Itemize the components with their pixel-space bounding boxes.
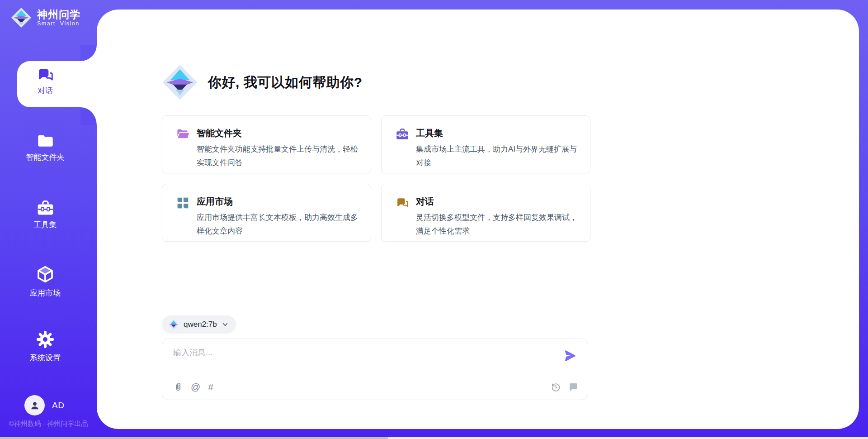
folder-open-icon [177, 127, 189, 173]
card-description: 应用市场提供丰富长文本模板，助力高效生成多样化文章内容 [197, 211, 358, 238]
card-title: 应用市场 [197, 196, 358, 208]
person-icon [29, 400, 41, 411]
main-content: 你好, 我可以如何帮助你? 智能文件夹 智能文件夹功能支持批量文件上传与清洗，轻… [162, 0, 590, 420]
model-name: qwen2:7b [184, 320, 217, 329]
mention-button[interactable]: @ [191, 382, 200, 392]
sidebar-item-label: 应用市场 [30, 288, 61, 298]
assistant-logo-icon [162, 64, 198, 100]
gear-icon [36, 330, 54, 348]
app-window: 神州问学 Smart Vision 对话 智能文件夹 工具集 [0, 0, 868, 439]
greeting-title: 你好, 我可以如何帮助你? [208, 73, 363, 92]
card-app-market[interactable]: 应用市场 应用市场提供丰富长文本模板，助力高效生成多样化文章内容 [162, 184, 371, 242]
model-selector[interactable]: qwen2:7b [162, 315, 236, 334]
copyright-text: ©神州数码 · 神州问学出品 [0, 420, 97, 428]
avatar [24, 395, 45, 415]
user-account[interactable]: AD [24, 395, 64, 415]
hash-icon: # [208, 382, 213, 392]
sidebar-item-label: 工具集 [34, 220, 57, 230]
sidebar-item-settings[interactable]: 系统设置 [0, 330, 90, 363]
card-smart-folder[interactable]: 智能文件夹 智能文件夹功能支持批量文件上传与清洗，轻松实现文件问答 [162, 115, 371, 173]
brand-logo-icon [11, 7, 32, 28]
composer-toolbar: @ # [173, 374, 579, 400]
chat-bubble-icon [568, 382, 579, 392]
topic-button[interactable]: # [208, 382, 213, 392]
composer: qwen2:7b [162, 315, 590, 400]
toolbox-icon [37, 200, 54, 215]
history-button[interactable] [551, 382, 561, 392]
message-input[interactable] [173, 347, 556, 371]
card-description: 灵活切换多模型文件，支持多样回复效果调试，满足个性化需求 [416, 211, 577, 238]
toolbox-icon [396, 127, 409, 173]
feature-cards: 智能文件夹 智能文件夹功能支持批量文件上传与清洗，轻松实现文件问答 工具集 集成… [162, 115, 590, 242]
sidebar-item-label: 系统设置 [30, 353, 61, 363]
conversation-button[interactable] [568, 382, 579, 392]
at-icon: @ [191, 382, 200, 392]
tab-fillet-top [80, 45, 97, 61]
brand-name: 神州问学 [37, 9, 80, 20]
message-input-box: @ # [162, 339, 588, 400]
composer-toolbar-right [551, 382, 579, 392]
chat-icon [396, 196, 409, 241]
card-title: 对话 [416, 196, 577, 208]
send-button[interactable] [562, 348, 578, 364]
greeting-block: 你好, 我可以如何帮助你? [162, 64, 363, 100]
scrollbar-thumb[interactable] [0, 437, 388, 439]
card-title: 智能文件夹 [197, 127, 358, 139]
sidebar-item-label: 智能文件夹 [26, 152, 65, 162]
card-title: 工具集 [416, 127, 577, 139]
grid-icon [177, 196, 189, 241]
horizontal-scrollbar[interactable] [0, 437, 868, 439]
sidebar: 神州问学 Smart Vision 对话 智能文件夹 工具集 [0, 0, 97, 439]
send-icon [563, 349, 577, 363]
cube-icon [36, 265, 54, 284]
sidebar-item-toolset[interactable]: 工具集 [0, 200, 90, 230]
paperclip-icon [173, 382, 183, 392]
card-description: 智能文件夹功能支持批量文件上传与清洗，轻松实现文件问答 [197, 143, 358, 170]
card-chat[interactable]: 对话 灵活切换多模型文件，支持多样回复效果调试，满足个性化需求 [381, 184, 590, 242]
model-logo-icon [168, 319, 179, 330]
sidebar-item-chat[interactable]: 对话 [0, 67, 90, 96]
sidebar-item-app-market[interactable]: 应用市场 [0, 265, 90, 298]
brand: 神州问学 Smart Vision [11, 7, 80, 28]
sidebar-item-smart-folder[interactable]: 智能文件夹 [0, 134, 90, 162]
sidebar-item-label: 对话 [38, 86, 53, 96]
folder-icon [37, 134, 54, 148]
attach-button[interactable] [173, 382, 183, 392]
chevron-down-icon [222, 321, 229, 328]
chat-icon [37, 67, 53, 81]
user-initials: AD [52, 401, 64, 410]
history-icon [551, 382, 561, 392]
brand-subtitle: Smart Vision [37, 20, 80, 27]
card-toolset[interactable]: 工具集 集成市场上主流工具，助力AI与外界无缝扩展与对接 [381, 115, 590, 173]
card-description: 集成市场上主流工具，助力AI与外界无缝扩展与对接 [416, 143, 577, 170]
tab-fillet-bottom [80, 107, 97, 125]
